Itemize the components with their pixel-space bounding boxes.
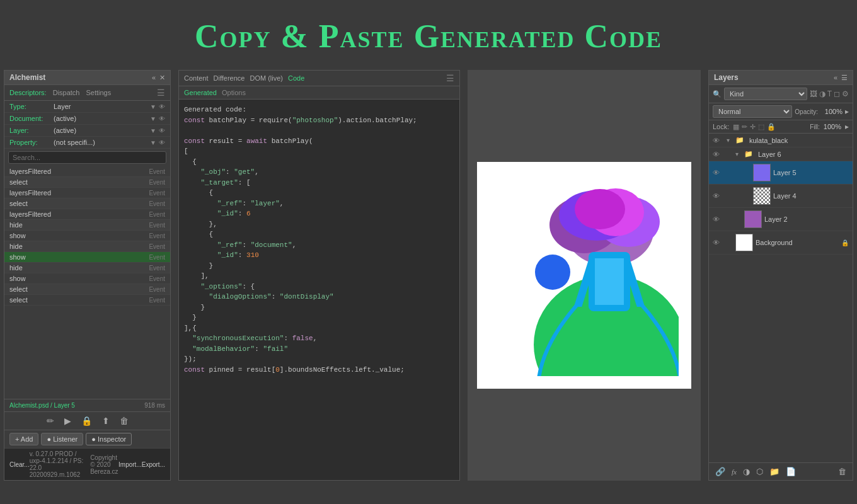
- event-row[interactable]: select Event: [4, 177, 170, 188]
- canvas-content: [477, 162, 691, 389]
- delete-layer-icon[interactable]: 🗑: [837, 466, 848, 478]
- property-chevron[interactable]: ▼: [150, 139, 156, 146]
- layer-name: Layer 4: [773, 192, 849, 200]
- layer-visibility-icon[interactable]: 👁: [713, 137, 722, 144]
- layers-title: Layers: [714, 73, 739, 82]
- adjustment-layer-icon[interactable]: ◑: [742, 466, 751, 478]
- lock-checkerboard-icon[interactable]: ▦: [733, 123, 739, 131]
- event-type: Event: [149, 275, 165, 282]
- layer-item[interactable]: 👁 Layer 4: [709, 185, 853, 208]
- menu-icon[interactable]: ☰: [157, 88, 165, 98]
- pencil-icon[interactable]: ✏: [44, 415, 57, 427]
- layer-name: Layer 6: [758, 151, 849, 158]
- event-row[interactable]: select Event: [4, 198, 170, 209]
- event-row[interactable]: layersFiltered Event: [4, 166, 170, 177]
- event-row[interactable]: show Event: [4, 252, 170, 263]
- layer-thumbnail: [753, 164, 771, 181]
- listener-button[interactable]: ● Listener: [41, 433, 83, 445]
- lock-artboard-icon[interactable]: ⬚: [758, 123, 764, 131]
- lock-all-icon[interactable]: 🔒: [767, 123, 776, 131]
- tab-settings[interactable]: Settings: [86, 88, 111, 98]
- new-layer-icon[interactable]: 📄: [785, 466, 797, 478]
- subtab-generated[interactable]: Generated: [184, 89, 217, 96]
- clear-button[interactable]: Clear...: [9, 461, 30, 468]
- upload-icon[interactable]: ⬆: [100, 415, 112, 427]
- add-button[interactable]: + Add: [9, 433, 38, 445]
- lock-icon[interactable]: 🔒: [79, 415, 95, 427]
- trash-icon[interactable]: 🗑: [117, 415, 131, 427]
- event-row[interactable]: hide Event: [4, 241, 170, 252]
- tab-dispatch[interactable]: Dispatch: [53, 88, 80, 98]
- import-button[interactable]: Import...: [118, 461, 142, 468]
- type-filter-icon[interactable]: T: [827, 89, 832, 98]
- tab-difference[interactable]: Difference: [214, 73, 245, 83]
- lock-row: Lock: ▦ ✏ ✛ ⬚ 🔒 Fill: 100% ▸: [709, 120, 853, 134]
- property-eye[interactable]: 👁: [159, 139, 165, 146]
- event-row[interactable]: hide Event: [4, 263, 170, 273]
- layer-item[interactable]: 👁 ▾ 📁 Layer 6: [709, 147, 853, 161]
- event-row[interactable]: hide Event: [4, 220, 170, 231]
- layer-visibility-icon[interactable]: 👁: [713, 239, 722, 246]
- adjust-filter-icon[interactable]: ◑: [819, 89, 825, 98]
- type-eye[interactable]: 👁: [159, 103, 165, 110]
- opacity-arrow[interactable]: ▸: [845, 107, 849, 116]
- layer-expand-arrow[interactable]: ▾: [727, 137, 733, 144]
- search-input[interactable]: [8, 151, 166, 164]
- event-row[interactable]: show Event: [4, 273, 170, 284]
- alchemist-panel: Alchemist « ✕ Descriptors: Dispatch Sett…: [4, 70, 171, 481]
- tab-code[interactable]: Code: [288, 73, 304, 83]
- code-line: "_obj": "get",: [184, 167, 454, 178]
- event-row[interactable]: select Event: [4, 284, 170, 295]
- folder-icon: 📁: [744, 150, 753, 158]
- lock-move-icon[interactable]: ✛: [750, 123, 756, 131]
- version-text: v. 0.27.0 PROD / uxp-4.1.2.214 / PS: 22.…: [30, 450, 90, 478]
- event-row[interactable]: select Event: [4, 295, 170, 306]
- blend-mode-select[interactable]: Normal: [713, 105, 792, 118]
- smart-filter-icon[interactable]: ⚙: [842, 89, 849, 98]
- layer-visibility-icon[interactable]: 👁: [713, 215, 722, 223]
- tab-descriptors[interactable]: Descriptors:: [9, 88, 47, 98]
- layer-item[interactable]: 👁 Layer 5: [709, 161, 853, 185]
- code-line: [: [184, 146, 454, 157]
- document-chevron[interactable]: ▼: [150, 115, 156, 122]
- fx-icon[interactable]: fx: [730, 467, 738, 477]
- layer-item[interactable]: 👁 Layer 2: [709, 208, 853, 231]
- shape-filter-icon[interactable]: ◻: [834, 89, 840, 98]
- fill-arrow[interactable]: ▸: [845, 122, 849, 131]
- lock-brush-icon[interactable]: ✏: [742, 123, 747, 131]
- layers-titlebar: Layers « ☰: [709, 71, 853, 85]
- collapse-icon[interactable]: «: [152, 74, 156, 81]
- document-eye[interactable]: 👁: [159, 115, 165, 122]
- layer-item[interactable]: 👁 Background 🔒: [709, 231, 853, 255]
- code-menu-icon[interactable]: ☰: [446, 73, 454, 83]
- link-layers-icon[interactable]: 🔗: [714, 466, 727, 478]
- code-line: "dialogOptions": "dontDisplay": [184, 292, 454, 302]
- layers-collapse-icon[interactable]: «: [834, 74, 837, 81]
- flask-illustration: [490, 175, 679, 376]
- subtab-options[interactable]: Options: [222, 89, 246, 96]
- layer-visibility-icon[interactable]: 👁: [713, 192, 722, 200]
- layer-item[interactable]: 👁 ▾ 📁 kulata_black: [709, 134, 853, 147]
- layer-visibility-icon[interactable]: 👁: [713, 169, 722, 176]
- close-icon[interactable]: ✕: [159, 74, 165, 82]
- mask-icon[interactable]: ⬡: [755, 466, 764, 478]
- inspector-button[interactable]: ● Inspector: [86, 433, 132, 445]
- event-row[interactable]: layersFiltered Event: [4, 209, 170, 220]
- layer-eye[interactable]: 👁: [159, 127, 165, 134]
- export-button[interactable]: Export...: [142, 461, 165, 468]
- event-row[interactable]: show Event: [4, 231, 170, 241]
- layers-menu-icon[interactable]: ☰: [841, 74, 848, 82]
- event-row[interactable]: layersFiltered Event: [4, 188, 170, 198]
- tab-content[interactable]: Content: [184, 73, 209, 83]
- layers-kind-filter[interactable]: Kind: [724, 88, 807, 100]
- layer-chevron[interactable]: ▼: [150, 127, 156, 134]
- layer-expand-arrow[interactable]: ▾: [735, 151, 742, 158]
- tab-dom-live[interactable]: DOM (live): [250, 73, 283, 83]
- code-line: "synchronousExecution": false,: [184, 333, 454, 344]
- play-icon[interactable]: ▶: [62, 415, 74, 427]
- layer-visibility-icon[interactable]: 👁: [713, 151, 722, 158]
- type-chevron[interactable]: ▼: [150, 103, 156, 110]
- new-folder-icon[interactable]: 📁: [768, 466, 781, 478]
- event-type: Event: [149, 211, 165, 218]
- image-filter-icon[interactable]: 🖼: [810, 89, 817, 98]
